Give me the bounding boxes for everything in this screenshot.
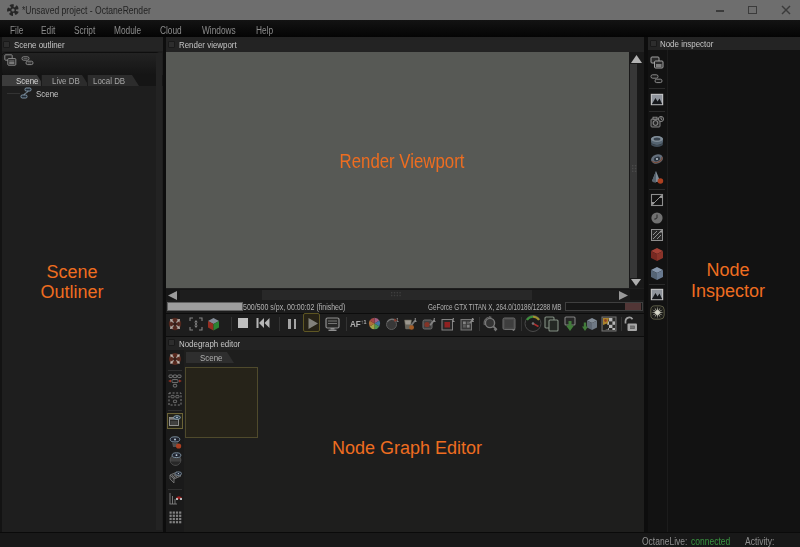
svg-text:1: 1 (471, 317, 474, 323)
svg-text:1: 1 (396, 317, 399, 323)
svg-text:1: 1 (433, 317, 436, 323)
svg-text:1: 1 (452, 317, 455, 323)
svg-text:1: 1 (414, 317, 417, 323)
